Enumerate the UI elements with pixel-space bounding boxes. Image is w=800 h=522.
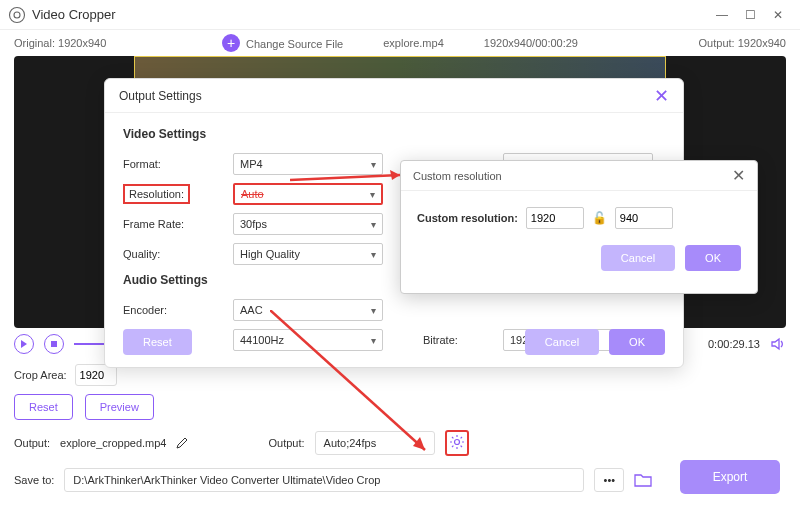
gear-highlight xyxy=(445,430,469,456)
dimensions-time-label: 1920x940/00:00:29 xyxy=(484,37,578,49)
export-button[interactable]: Export xyxy=(680,460,780,494)
play-button[interactable] xyxy=(14,334,34,354)
filename-label: explore.mp4 xyxy=(383,37,444,49)
resolution-label: Resolution: xyxy=(123,188,223,200)
quality-label: Quality: xyxy=(123,248,223,260)
custom-cancel-button[interactable]: Cancel xyxy=(601,245,675,271)
stop-button[interactable] xyxy=(44,334,64,354)
output-settings-field: Auto;24fps xyxy=(315,431,435,455)
reset-button[interactable]: Reset xyxy=(14,394,73,420)
quality-select[interactable]: High Quality xyxy=(233,243,383,265)
custom-resolution-label: Custom resolution: xyxy=(417,212,518,224)
svg-point-4 xyxy=(454,440,459,445)
titlebar: Video Cropper — ☐ ✕ xyxy=(0,0,800,30)
volume-icon[interactable] xyxy=(770,336,786,352)
framerate-label: Frame Rate: xyxy=(123,218,223,230)
preview-button[interactable]: Preview xyxy=(85,394,154,420)
modal-title: Output Settings xyxy=(119,89,202,103)
app-logo-icon xyxy=(8,6,26,24)
custom-width-input[interactable] xyxy=(526,207,584,229)
custom-close-button[interactable]: ✕ xyxy=(732,166,745,185)
modal-close-button[interactable]: ✕ xyxy=(654,85,669,107)
app-title: Video Cropper xyxy=(32,7,708,22)
framerate-select[interactable]: 30fps xyxy=(233,213,383,235)
format-label: Format: xyxy=(123,158,223,170)
audio-encoder-label: Encoder: xyxy=(123,304,223,316)
plus-icon: + xyxy=(222,34,240,52)
custom-modal-title: Custom resolution xyxy=(413,170,502,182)
output-dimensions: Output: 1920x940 xyxy=(636,37,786,49)
svg-point-1 xyxy=(14,12,20,18)
format-select[interactable]: MP4 xyxy=(233,153,383,175)
close-button[interactable]: ✕ xyxy=(764,5,792,25)
minimize-button[interactable]: — xyxy=(708,5,736,25)
browse-button[interactable]: ••• xyxy=(594,468,624,492)
modal-cancel-button[interactable]: Cancel xyxy=(525,329,599,355)
custom-height-input[interactable] xyxy=(615,207,673,229)
progress-indicator[interactable] xyxy=(74,343,104,345)
resolution-select[interactable]: Auto xyxy=(233,183,383,205)
folder-icon[interactable] xyxy=(634,472,652,488)
save-to-label: Save to: xyxy=(14,474,54,486)
maximize-button[interactable]: ☐ xyxy=(736,5,764,25)
video-settings-heading: Video Settings xyxy=(123,127,665,141)
output-filename: explore_cropped.mp4 xyxy=(60,437,166,449)
lock-icon[interactable]: 🔓 xyxy=(592,211,607,225)
svg-rect-3 xyxy=(51,341,57,347)
output-label-2: Output: xyxy=(268,437,304,449)
modal-reset-button[interactable]: Reset xyxy=(123,329,192,355)
crop-area-label: Crop Area: xyxy=(14,369,67,381)
save-path-field[interactable]: D:\ArkThinker\ArkThinker Video Converter… xyxy=(64,468,584,492)
audio-encoder-select[interactable]: AAC xyxy=(233,299,383,321)
edit-icon[interactable] xyxy=(176,437,188,449)
custom-ok-button[interactable]: OK xyxy=(685,245,741,271)
gear-icon[interactable] xyxy=(449,434,465,450)
modal-ok-button[interactable]: OK xyxy=(609,329,665,355)
info-bar: Original: 1920x940 +Change Source File e… xyxy=(0,30,800,56)
change-source-button[interactable]: +Change Source File xyxy=(222,34,343,52)
custom-resolution-modal: Custom resolution ✕ Custom resolution: 🔓… xyxy=(400,160,758,294)
time-display: 0:00:29.13 xyxy=(708,338,760,350)
output-label-1: Output: xyxy=(14,437,50,449)
svg-point-0 xyxy=(10,7,25,22)
output-row: Output: explore_cropped.mp4 Output: Auto… xyxy=(0,424,800,462)
svg-marker-2 xyxy=(21,340,27,348)
original-dimensions: Original: 1920x940 xyxy=(14,37,164,49)
